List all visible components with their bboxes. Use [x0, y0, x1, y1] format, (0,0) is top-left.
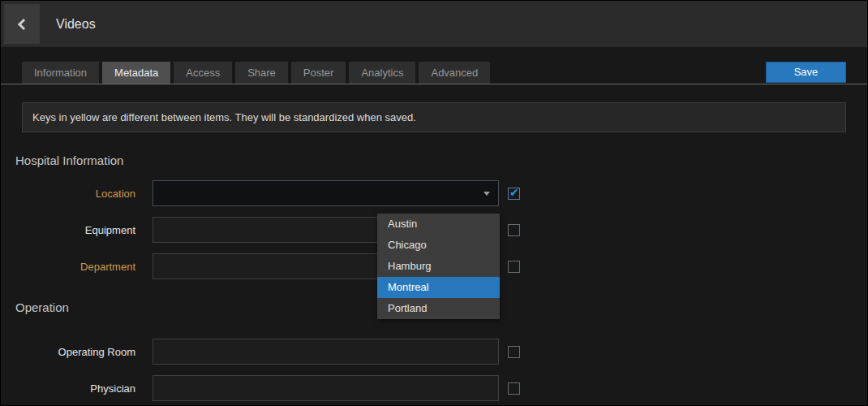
dropdown-option-austin[interactable]: Austin — [377, 214, 500, 235]
back-button[interactable] — [4, 4, 40, 44]
dropdown-option-montreal[interactable]: Montreal — [377, 277, 500, 298]
tab-information[interactable]: Information — [22, 62, 99, 84]
dropdown-option-portland[interactable]: Portland — [377, 298, 500, 319]
tab-advanced[interactable]: Advanced — [419, 62, 490, 84]
tab-access[interactable]: Access — [174, 62, 232, 84]
dropdown-option-chicago[interactable]: Chicago — [377, 235, 500, 256]
department-label: Department — [1, 261, 153, 273]
physician-input[interactable] — [153, 375, 499, 401]
physician-label: Physician — [1, 382, 153, 395]
tab-analytics[interactable]: Analytics — [349, 62, 415, 84]
tab-metadata[interactable]: Metadata — [102, 62, 170, 84]
tab-poster[interactable]: Poster — [291, 62, 346, 84]
operating-room-checkbox[interactable] — [508, 346, 520, 358]
tab-bar: Information Metadata Access Share Poster… — [1, 61, 867, 84]
location-dropdown-menu: Austin Chicago Hamburg Montreal Portland — [377, 214, 500, 319]
header: Videos — [1, 1, 867, 47]
dropdown-option-hamburg[interactable]: Hamburg — [377, 256, 500, 277]
tab-share[interactable]: Share — [235, 62, 288, 84]
operation-form: Operating Room Physician — [1, 339, 867, 401]
page-title: Videos — [56, 17, 96, 32]
chevron-left-icon — [18, 18, 29, 29]
chevron-down-icon — [483, 192, 490, 196]
department-checkbox[interactable] — [508, 261, 520, 273]
location-select[interactable] — [153, 180, 499, 206]
form-row-operating-room: Operating Room — [1, 339, 867, 365]
form-row-location: Location — [1, 180, 867, 206]
form-row-physician: Physician — [1, 375, 867, 401]
operating-room-input[interactable] — [153, 339, 499, 365]
equipment-label: Equipment — [1, 224, 153, 236]
location-label: Location — [1, 188, 153, 200]
notice-banner: Keys in yellow are different between ite… — [22, 102, 846, 132]
physician-checkbox[interactable] — [508, 382, 520, 395]
save-button[interactable]: Save — [766, 62, 846, 83]
operating-room-label: Operating Room — [1, 346, 153, 358]
section-title-hospital-information: Hospital Information — [15, 153, 867, 167]
location-checkbox[interactable] — [508, 188, 520, 200]
equipment-checkbox[interactable] — [508, 224, 520, 236]
